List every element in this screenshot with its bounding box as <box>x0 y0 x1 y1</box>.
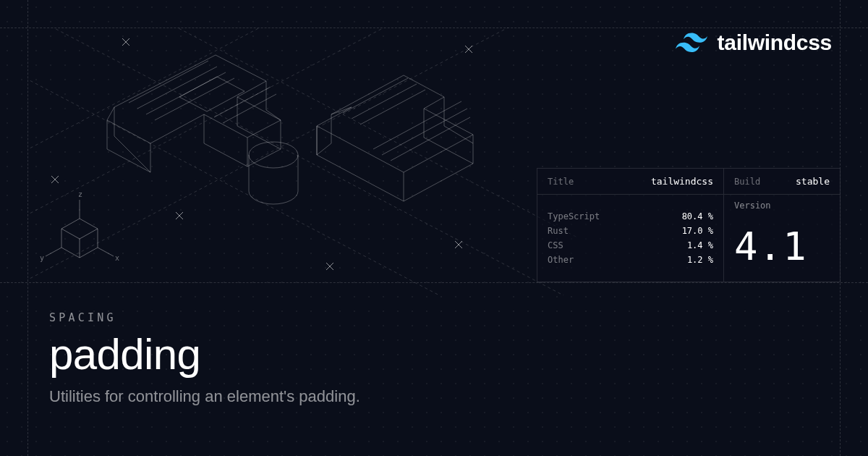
panel-title-row: Title tailwindcss <box>537 169 723 195</box>
svg-line-32 <box>46 248 61 256</box>
panel-title-value: tailwindcss <box>651 176 713 187</box>
panel-build-value: stable <box>796 176 830 187</box>
svg-line-9 <box>155 78 234 120</box>
svg-line-31 <box>98 248 114 256</box>
panel-stats: TypeScript 80.4 % Rust 17.0 % CSS 1.4 % … <box>537 195 723 282</box>
page-title: padding <box>49 332 825 377</box>
stat-value: 1.4 % <box>687 240 713 250</box>
svg-line-18 <box>391 117 470 161</box>
stat-row: TypeScript 80.4 % <box>548 211 713 221</box>
brand-name: tailwindcss <box>718 30 832 55</box>
page-eyebrow: SPACING <box>49 311 825 324</box>
axis-x-label: x <box>115 254 119 262</box>
svg-line-6 <box>129 61 208 103</box>
stat-value: 17.0 % <box>682 226 713 236</box>
panel-title-label: Title <box>548 177 574 187</box>
stat-row: CSS 1.4 % <box>548 240 713 250</box>
info-panel: Title tailwindcss TypeScript 80.4 % Rust… <box>537 168 841 282</box>
stat-label: TypeScript <box>548 211 600 221</box>
stat-row: Rust 17.0 % <box>548 226 713 236</box>
svg-line-14 <box>352 84 417 119</box>
panel-build-label: Build <box>734 177 760 187</box>
stat-value: 1.2 % <box>687 255 713 265</box>
panel-version-label: Version <box>724 195 840 211</box>
axis-z-label: z <box>78 190 82 198</box>
panel-build-row: Build stable <box>724 169 840 195</box>
svg-point-12 <box>249 142 298 168</box>
svg-line-13 <box>343 78 408 113</box>
svg-line-16 <box>373 101 461 149</box>
svg-line-7 <box>137 67 217 109</box>
stat-value: 80.4 % <box>682 211 713 221</box>
page-subtitle: Utilities for controlling an element's p… <box>49 387 825 406</box>
axis-gizmo: z x y <box>40 190 119 272</box>
stat-label: Rust <box>548 226 569 236</box>
svg-line-15 <box>360 90 425 124</box>
tailwind-mark-icon <box>676 33 707 53</box>
brand-logo: tailwindcss <box>676 30 832 55</box>
axis-y-label: y <box>40 254 44 262</box>
panel-version-value: 4.1 <box>724 211 840 282</box>
stat-label: Other <box>548 255 574 265</box>
stat-row: Other 1.2 % <box>548 255 713 265</box>
page-content: SPACING padding Utilities for controllin… <box>49 311 825 406</box>
stat-label: CSS <box>548 240 563 250</box>
